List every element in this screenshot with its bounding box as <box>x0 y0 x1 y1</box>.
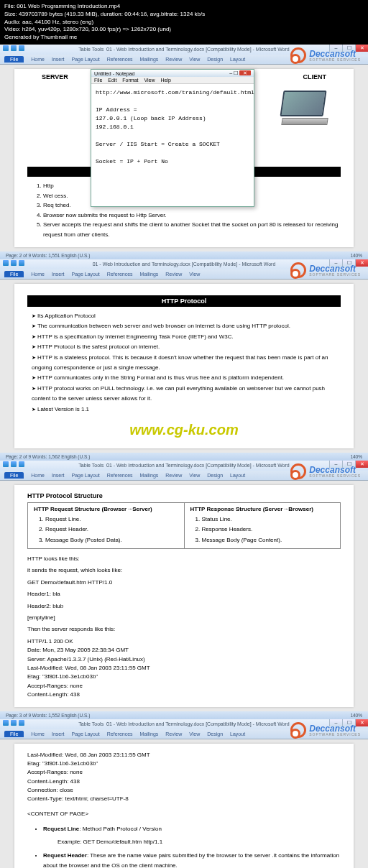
resp-line: Date: Mon, 23 May 2005 22:38:34 GMT <box>27 646 341 655</box>
tab-home[interactable]: Home <box>31 473 45 478</box>
tab-mailings[interactable]: Mailings <box>140 57 159 62</box>
window-title: 01 - Web Introduction and Terminology.do… <box>93 262 276 267</box>
status-zoom[interactable]: 140% <box>350 253 362 258</box>
tab-layout[interactable]: Layout <box>230 473 245 478</box>
np-menu-view[interactable]: View <box>144 78 155 83</box>
notepad-close[interactable]: ✕ <box>239 70 251 75</box>
tab-page-layout[interactable]: Page Layout <box>71 473 99 478</box>
quick-access-toolbar[interactable] <box>3 45 24 52</box>
tab-file[interactable]: File <box>4 472 24 479</box>
quick-access-toolbar[interactable] <box>3 461 24 468</box>
cont-line: Etag: "3f80f-1b6-3e1cb03b" <box>27 760 341 768</box>
tab-mailings[interactable]: Mailings <box>140 272 159 277</box>
document-page-4: Last-Modified: Wed, 08 Jan 2003 23:11:55… <box>14 744 354 868</box>
list-item: Its Application Protocol <box>32 311 341 321</box>
table-tools-tab[interactable]: Table Tools <box>78 721 104 726</box>
cont-line: Accept-Ranges: none <box>27 768 341 777</box>
np-menu-format[interactable]: Format <box>122 78 138 83</box>
status-left: Page: 2 of 9 Words: 1,562 English (U.S.) <box>6 454 90 459</box>
notepad-text-area[interactable]: http://www.microsoft.com/training/defaul… <box>91 84 254 206</box>
tab-review[interactable]: Review <box>165 731 182 737</box>
list-item: Response Headers. <box>202 525 335 535</box>
tab-home[interactable]: Home <box>31 57 45 62</box>
tab-view[interactable]: View <box>189 272 200 277</box>
list-item: HTTP communicates only in the String For… <box>32 373 341 383</box>
request-line-label: Request Line <box>43 826 79 832</box>
document-page-3: HTTP Protocol Structure HTTP Request Str… <box>14 485 354 707</box>
request-line-example: Example: GET Demo/default.htm http/1.1 <box>58 837 341 847</box>
table-tools-tab[interactable]: Table Tools <box>78 47 104 52</box>
deccansoft-logo: DeccansoftSOFTWARE SERVICES <box>290 47 361 63</box>
table-tools-tab[interactable]: Table Tools <box>78 463 104 468</box>
status-zoom[interactable]: 140% <box>350 454 362 459</box>
laptop-illustration <box>282 91 332 126</box>
video-metadata-header: File: 001 Web Programming Introduction.m… <box>0 0 368 45</box>
tab-insert[interactable]: Insert <box>52 473 65 478</box>
logo-icon <box>290 722 306 738</box>
np-menu-help[interactable]: Help <box>161 78 171 83</box>
np-menu-file[interactable]: File <box>94 78 102 83</box>
video-line: Video: h264, yuv420p, 1280x720, 30.00 fp… <box>4 26 364 34</box>
notepad-window[interactable]: Untitled - Notepad – ☐ ✕ File Edit Forma… <box>91 69 254 207</box>
request-example: GET Demo/default.htm HTTP/1.0 <box>27 578 341 587</box>
tab-references[interactable]: References <box>107 272 133 277</box>
tab-file[interactable]: File <box>4 56 24 63</box>
notepad-min[interactable]: – <box>229 70 232 75</box>
http-protocol-heading: HTTP Protocol <box>27 295 341 307</box>
tab-review[interactable]: Review <box>165 473 182 478</box>
word-panel-4: –☐✕ Table Tools 01 - Web Introduction an… <box>0 719 368 868</box>
list-item: Request Header: These are the name value… <box>43 851 341 868</box>
list-item: HTTP is a specification by Internet Engi… <box>32 332 341 342</box>
notepad-controls[interactable]: – ☐ ✕ <box>229 70 251 76</box>
list-item: Request Line. <box>45 514 178 525</box>
tab-home[interactable]: Home <box>31 272 45 277</box>
request-line-text: : Method Path Protocol / Version <box>79 826 162 832</box>
cont-line: Connection: close <box>27 786 341 795</box>
word-panel-2: –☐✕ 01 - Web Introduction and Terminolog… <box>0 259 368 461</box>
response-header-cell: HTTP Response Structure (Server→Browser) <box>190 506 335 512</box>
list-item: HTTP is a stateless protocol. This is be… <box>32 353 341 374</box>
tab-review[interactable]: Review <box>165 57 182 62</box>
tab-home[interactable]: Home <box>31 731 45 737</box>
tab-layout[interactable]: Layout <box>230 731 245 737</box>
tab-references[interactable]: References <box>107 731 133 737</box>
logo-icon <box>290 47 306 63</box>
logo-subtitle: SOFTWARE SERVICES <box>309 57 361 62</box>
status-bar-2: Page: 2 of 9 Words: 1,562 English (U.S.)… <box>0 453 368 461</box>
notepad-max[interactable]: ☐ <box>234 70 238 75</box>
request-header-text: : These are the name value pairs submitt… <box>43 852 339 868</box>
tab-review[interactable]: Review <box>165 272 182 277</box>
tab-insert[interactable]: Insert <box>52 731 65 737</box>
tab-page-layout[interactable]: Page Layout <box>71 731 99 737</box>
tab-file[interactable]: File <box>4 731 24 737</box>
tab-insert[interactable]: Insert <box>52 57 65 62</box>
tab-design[interactable]: Design <box>207 57 223 62</box>
tab-mailings[interactable]: Mailings <box>140 473 159 478</box>
quick-access-toolbar[interactable] <box>3 259 24 267</box>
tab-file[interactable]: File <box>4 271 24 277</box>
tab-view[interactable]: View <box>189 57 200 62</box>
tab-references[interactable]: References <box>107 473 133 478</box>
tab-design[interactable]: Design <box>207 731 223 737</box>
header1: Header1: bla <box>27 590 341 599</box>
quick-access-toolbar[interactable] <box>3 719 24 726</box>
tab-design[interactable]: Design <box>207 473 223 478</box>
list-item: Server accepts the request and shifts th… <box>43 220 341 239</box>
list-item: Message Body (Page Content). <box>202 535 335 545</box>
request-header-cell: HTTP Request Structure (Browser→Server) <box>34 506 178 512</box>
status-zoom[interactable]: 140% <box>350 713 362 718</box>
list-item: Request Line: Method Path Protocol / Ver… <box>43 824 341 846</box>
tab-page-layout[interactable]: Page Layout <box>71 272 99 277</box>
tab-page-layout[interactable]: Page Layout <box>71 57 99 62</box>
list-item: Latest Version is 1.1 <box>32 405 341 415</box>
notepad-menu[interactable]: File Edit Format View Help <box>91 77 254 84</box>
resp-line: Accept-Ranges: none <box>27 682 341 691</box>
tab-references[interactable]: References <box>107 57 133 62</box>
tab-insert[interactable]: Insert <box>52 272 65 277</box>
tab-view[interactable]: View <box>189 473 200 478</box>
tab-layout[interactable]: Layout <box>230 57 245 62</box>
tab-mailings[interactable]: Mailings <box>140 731 159 737</box>
client-heading: CLIENT <box>303 73 327 80</box>
np-menu-edit[interactable]: Edit <box>108 78 116 83</box>
tab-view[interactable]: View <box>189 731 200 737</box>
